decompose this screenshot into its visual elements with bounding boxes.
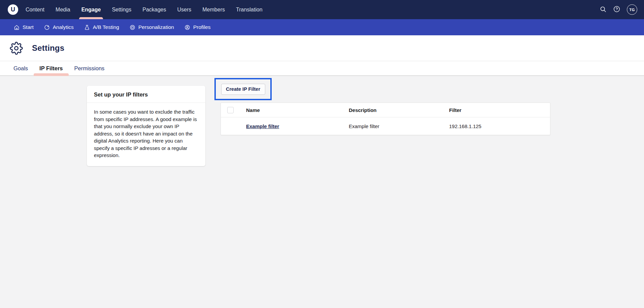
top-nav-item-content[interactable]: Content xyxy=(26,0,44,19)
flask-icon xyxy=(84,25,90,30)
filter-value-cell: 192.168.1.125 xyxy=(449,123,550,129)
avatar[interactable]: TG xyxy=(627,4,637,15)
monitor-icon xyxy=(221,25,222,30)
column-header-name: Name xyxy=(246,107,349,113)
page-header: Settings xyxy=(0,35,644,61)
table-row: Example filter Example filter 192.168.1.… xyxy=(221,117,550,135)
settings-gear-icon xyxy=(10,42,23,55)
tab-ip-filters[interactable]: IP Filters xyxy=(34,61,68,75)
info-card-description: In some cases you want to exclude the tr… xyxy=(87,103,205,166)
subnav-item-analytics[interactable]: Analytics xyxy=(44,24,74,30)
tab-goals[interactable]: Goals xyxy=(8,61,34,75)
top-nav-right-actions: TG xyxy=(600,0,637,19)
subnav-item-ab-testing[interactable]: A/B Testing xyxy=(84,24,119,30)
subnav-item-start[interactable]: Start xyxy=(14,24,34,30)
help-button[interactable] xyxy=(613,5,620,14)
top-nav-item-engage[interactable]: Engage xyxy=(81,0,101,19)
subnav-item-personalization[interactable]: Personalization xyxy=(130,24,174,30)
column-header-filter: Filter xyxy=(449,107,550,113)
search-button[interactable] xyxy=(600,6,607,14)
umbraco-logo[interactable]: U xyxy=(8,4,18,15)
select-all-checkbox[interactable] xyxy=(227,107,234,113)
top-nav-item-media[interactable]: Media xyxy=(56,0,70,19)
top-nav-item-members[interactable]: Members xyxy=(202,0,225,19)
user-circle-icon xyxy=(184,25,190,30)
filter-name-link[interactable]: Example filter xyxy=(246,123,279,129)
column-header-description: Description xyxy=(349,107,449,113)
pie-chart-icon xyxy=(44,25,50,30)
subnav-item-profiles[interactable]: Profiles xyxy=(184,24,211,30)
top-navigation: U Content Media Engage Settings Packages… xyxy=(0,0,644,19)
table-header-checkbox-cell xyxy=(227,107,246,113)
table-header-row: Name Description Filter xyxy=(221,103,550,117)
top-nav-item-packages[interactable]: Packages xyxy=(142,0,166,19)
top-nav-item-translation[interactable]: Translation xyxy=(236,0,263,19)
subnav-item-reports[interactable]: Rep xyxy=(221,24,222,30)
top-nav-sections: Content Media Engage Settings Packages U… xyxy=(26,0,263,19)
ip-filters-table: Name Description Filter Example filter E… xyxy=(221,103,550,135)
ip-filters-content: Set up your IP filters In some cases you… xyxy=(0,76,644,308)
help-icon xyxy=(613,5,620,14)
top-nav-item-settings[interactable]: Settings xyxy=(112,0,131,19)
engage-sub-navigation: Start Analytics A/B Testing xyxy=(0,19,644,35)
settings-tab-bar: Goals IP Filters Permissions xyxy=(0,61,644,76)
target-icon xyxy=(130,25,135,30)
focus-highlight-box: Create IP Filter xyxy=(214,78,272,100)
avatar-initials: TG xyxy=(629,8,635,12)
create-ip-filter-button[interactable]: Create IP Filter xyxy=(221,84,265,95)
info-card-title: Set up your IP filters xyxy=(87,86,205,103)
ip-filters-info-card: Set up your IP filters In some cases you… xyxy=(87,86,205,166)
page-title: Settings xyxy=(32,43,64,53)
top-nav-item-users[interactable]: Users xyxy=(177,0,192,19)
filter-description-cell: Example filter xyxy=(349,123,449,129)
umbraco-logo-letter: U xyxy=(11,6,15,13)
sub-nav-items: Start Analytics A/B Testing xyxy=(0,19,222,35)
tab-permissions[interactable]: Permissions xyxy=(69,61,110,75)
home-icon xyxy=(14,25,20,30)
search-icon xyxy=(600,6,607,14)
